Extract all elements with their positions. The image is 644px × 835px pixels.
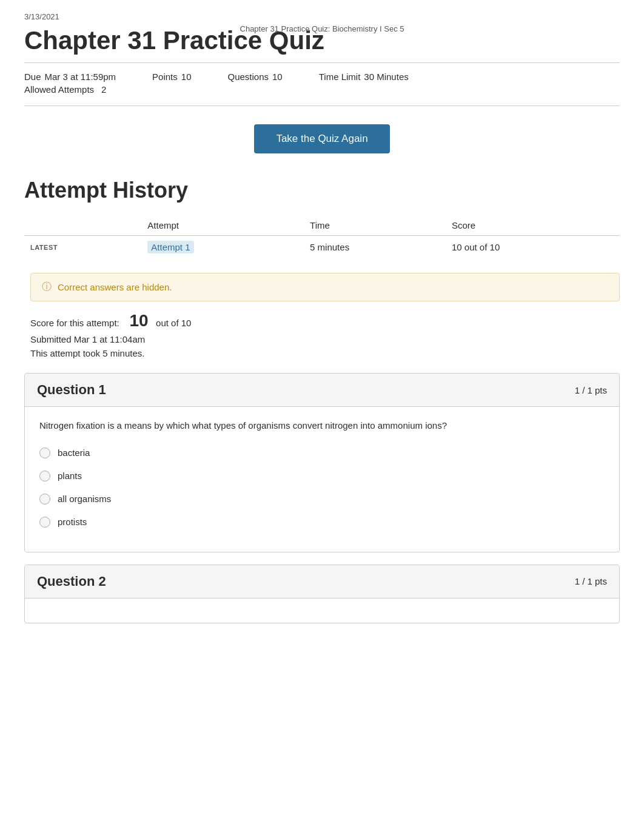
attempt-history-table: Attempt Time Score LATEST Attempt 1 5 mi… (24, 215, 620, 258)
radio-circle (39, 517, 50, 528)
question-title: Question 1 (37, 382, 106, 398)
col-header-badge (24, 215, 147, 236)
date-display: 3/13/2021 (24, 12, 620, 21)
score-label: Score for this attempt: (30, 318, 119, 328)
question-header: Question 2 1 / 1 pts (25, 565, 619, 599)
correct-answers-text: Correct answers are hidden. (58, 282, 172, 292)
col-header-score: Score (452, 215, 620, 236)
question-card-1: Question 1 1 / 1 pts Nitrogen fixation i… (24, 373, 620, 552)
points-label: Points (152, 72, 178, 82)
submitted-line: Submitted Mar 1 at 11:04am (30, 334, 620, 344)
question-title: Question 2 (37, 574, 106, 589)
answer-label: plants (58, 471, 82, 481)
attempt-score: 10 out of 10 (452, 236, 620, 259)
took-line: This attempt took 5 minutes. (30, 348, 620, 358)
time-limit-group: Time Limit 30 Minutes (319, 72, 409, 82)
radio-circle (39, 448, 50, 458)
answer-option: protists (39, 517, 605, 528)
points-value: 10 (181, 72, 192, 82)
answer-label: protists (58, 517, 87, 527)
title-divider (24, 62, 620, 63)
attempt-link[interactable]: Attempt 1 (147, 236, 310, 259)
question-header: Question 1 1 / 1 pts (25, 374, 619, 407)
radio-circle (39, 471, 50, 481)
col-header-time: Time (310, 215, 452, 236)
answer-option: plants (39, 471, 605, 481)
score-section: Score for this attempt: 10 out of 10 Sub… (30, 311, 620, 358)
allowed-attempts-label: Allowed Attempts (24, 84, 94, 95)
question-body (25, 599, 619, 623)
attempt-time: 5 minutes (310, 236, 452, 259)
answer-label: bacteria (58, 448, 90, 458)
meta-divider (24, 106, 620, 106)
questions-group: Questions 10 (227, 72, 282, 82)
question-pts: 1 / 1 pts (575, 385, 607, 395)
col-header-attempt: Attempt (147, 215, 310, 236)
answer-label: all organisms (58, 494, 111, 504)
correct-answers-notice: ⓘ Correct answers are hidden. (30, 273, 620, 301)
take-quiz-button[interactable]: Take the Quiz Again (254, 124, 389, 153)
question-card-2: Question 2 1 / 1 pts (24, 565, 620, 623)
answer-option: bacteria (39, 448, 605, 458)
table-row: LATEST Attempt 1 5 minutes 10 out of 10 (24, 236, 620, 259)
score-number: 10 (129, 311, 148, 330)
due-group: Due Mar 3 at 11:59pm (24, 72, 116, 82)
due-value: Mar 3 at 11:59pm (45, 72, 116, 82)
questions-value: 10 (272, 72, 283, 82)
allowed-attempts-value: 2 (101, 84, 106, 95)
due-label: Due (24, 72, 41, 82)
attempt-history-title: Attempt History (24, 178, 620, 203)
score-line: Score for this attempt: 10 out of 10 (30, 311, 620, 330)
questions-label: Questions (227, 72, 269, 82)
info-icon: ⓘ (42, 281, 52, 293)
radio-circle (39, 494, 50, 505)
score-suffix: out of 10 (156, 318, 191, 328)
breadcrumb: Chapter 31 Practice Quiz: Biochemistry I… (240, 24, 404, 33)
time-limit-label: Time Limit (319, 72, 361, 82)
question-text: Nitrogen fixation is a means by which wh… (39, 419, 605, 433)
attempt-detail: ⓘ Correct answers are hidden. Score for … (24, 273, 620, 358)
time-limit-value: 30 Minutes (364, 72, 408, 82)
quiz-meta-row2: Allowed Attempts 2 (24, 84, 620, 95)
attempt-badge: LATEST (24, 236, 147, 259)
quiz-meta-row1: Due Mar 3 at 11:59pm Points 10 Questions… (24, 72, 620, 82)
points-group: Points 10 (152, 72, 191, 82)
question-pts: 1 / 1 pts (575, 576, 607, 586)
answer-option: all organisms (39, 494, 605, 505)
question-body: Nitrogen fixation is a means by which wh… (25, 407, 619, 552)
